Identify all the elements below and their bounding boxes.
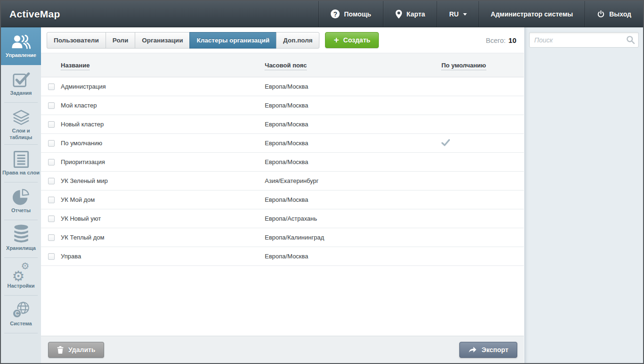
table-header: Название Часовой пояс По умолчанию — [41, 53, 524, 77]
sidebar-item-label: Хранилища — [6, 245, 36, 251]
row-checkbox[interactable] — [48, 121, 55, 128]
sidebar-item-reports[interactable]: Отчеты — [1, 182, 41, 220]
sidebar-item-tasks[interactable]: Задания — [1, 65, 41, 103]
tab-extra-fields[interactable]: Доп.поля — [276, 32, 319, 49]
checkbox-icon — [12, 70, 30, 90]
search-panel — [524, 27, 643, 363]
sort-name[interactable]: Название — [61, 62, 90, 70]
user-name-label: Администратор системы — [491, 10, 573, 18]
table-row[interactable]: ПриоритизацияЕвропа/Москва — [41, 153, 524, 172]
default-cell — [424, 139, 524, 148]
gears-icon: ⚙⚙ — [12, 263, 31, 282]
table-body: АдминистрацияЕвропа/МоскваМой кластерЕвр… — [41, 77, 524, 336]
sidebar-item-label: Слои и таблицы — [2, 127, 40, 141]
tab-roles[interactable]: Роли — [106, 32, 135, 49]
default-check-icon — [441, 139, 450, 146]
cluster-name: УК Мой дом — [61, 196, 95, 203]
table-row[interactable]: Новый кластерЕвропа/Москва — [41, 115, 524, 134]
sidebar-item-layers[interactable]: Слои и таблицы — [1, 103, 41, 145]
language-label: RU — [449, 10, 458, 18]
cluster-name: Мой кластер — [61, 102, 97, 109]
cluster-name: Администрация — [61, 83, 106, 90]
row-checkbox[interactable] — [48, 197, 55, 203]
cluster-name: УК Новый уют — [61, 215, 101, 222]
plus-icon: + — [334, 37, 339, 43]
trash-icon — [57, 346, 64, 354]
map-button[interactable]: Карта — [383, 1, 437, 27]
table-row[interactable]: УправаЕвропа/Москва — [41, 247, 524, 266]
row-checkbox[interactable] — [48, 159, 55, 165]
column-default: По умолчанию — [424, 62, 524, 69]
sidebar-item-settings[interactable]: ⚙⚙Настройки — [1, 258, 41, 296]
search-input[interactable] — [529, 32, 639, 48]
row-checkbox[interactable] — [48, 102, 55, 109]
help-label: Помощь — [344, 10, 371, 18]
delete-label: Удалить — [68, 346, 95, 354]
total-label: Всего: — [486, 37, 505, 44]
row-checkbox[interactable] — [48, 140, 55, 147]
users-icon — [11, 32, 31, 52]
export-button[interactable]: Экспорт — [459, 342, 517, 358]
table-row[interactable]: УК Зеленый мирАзия/Екатеринбург — [41, 172, 524, 190]
sidebar-item-label: Задания — [10, 90, 32, 96]
tab-users[interactable]: Пользователи — [47, 32, 106, 49]
total-value: 10 — [508, 36, 516, 44]
create-button[interactable]: + Создать — [325, 32, 379, 48]
search-box — [529, 32, 639, 48]
tab-org-clusters[interactable]: Кластеры организаций — [189, 32, 277, 49]
export-label: Экспорт — [481, 346, 508, 354]
table-row[interactable]: УК Мой домЕвропа/Москва — [41, 190, 524, 209]
page-body: УправлениеЗаданияСлои и таблицыПрава на … — [1, 27, 643, 363]
row-checkbox[interactable] — [48, 234, 55, 241]
row-checkbox[interactable] — [48, 83, 55, 90]
help-icon: ? — [331, 9, 340, 18]
logout-button[interactable]: Выход — [585, 1, 643, 27]
action-bar: Удалить Экспорт — [41, 336, 524, 363]
timezone-cell: Азия/Екатеринбург — [265, 177, 424, 184]
timezone-cell: Европа/Москва — [265, 83, 424, 90]
cluster-name: Новый кластер — [61, 121, 104, 128]
sidebar-item-storage[interactable]: Хранилища — [1, 220, 41, 258]
user-menu[interactable]: Администратор системы — [479, 1, 585, 27]
sidebar-item-management[interactable]: Управление — [1, 27, 41, 65]
column-timezone: Часовой пояс — [265, 62, 424, 69]
toolbar: ПользователиРолиОрганизацииКластеры орга… — [41, 27, 524, 53]
tab-organizations[interactable]: Организации — [135, 32, 190, 49]
timezone-cell: Европа/Москва — [265, 158, 424, 165]
row-checkbox[interactable] — [48, 253, 55, 260]
row-checkbox[interactable] — [48, 215, 55, 222]
top-menu: ? Помощь Карта RU Администратор системы — [318, 1, 643, 27]
sidebar-item-label: Отчеты — [11, 207, 31, 214]
create-label: Создать — [343, 36, 371, 44]
help-button[interactable]: ? Помощь — [318, 1, 383, 27]
sort-timezone[interactable]: Часовой пояс — [265, 62, 307, 70]
sidebar-item-layer-rights[interactable]: Права на слои — [1, 145, 41, 182]
sidebar-item-label: Система — [10, 320, 32, 327]
sidebar-item-system[interactable]: CСистема — [1, 296, 41, 333]
cluster-name: Приоритизация — [61, 158, 105, 165]
timezone-cell: Европа/Москва — [265, 121, 424, 128]
search-icon[interactable] — [626, 35, 635, 46]
database-icon — [13, 225, 30, 245]
app-window: ActiveMap ? Помощь Карта RU Администрато… — [0, 0, 644, 364]
row-checkbox[interactable] — [48, 178, 55, 184]
table-row[interactable]: По умолчаниюЕвропа/Москва — [41, 134, 524, 153]
table-row[interactable]: АдминистрацияЕвропа/Москва — [41, 77, 524, 96]
delete-button[interactable]: Удалить — [48, 342, 104, 358]
sidebar: УправлениеЗаданияСлои и таблицыПрава на … — [1, 27, 41, 363]
sort-default[interactable]: По умолчанию — [441, 62, 486, 70]
table-row[interactable]: Мой кластерЕвропа/Москва — [41, 96, 524, 115]
layers-icon — [12, 108, 30, 127]
cluster-name: Управа — [61, 253, 81, 260]
logout-label: Выход — [609, 10, 631, 18]
timezone-cell: Европа/Калининград — [265, 234, 424, 241]
timezone-cell: Европа/Москва — [265, 102, 424, 109]
table-row[interactable]: УК Теплый домЕвропа/Калининград — [41, 228, 524, 247]
export-arrow-icon — [468, 346, 477, 353]
language-selector[interactable]: RU — [437, 1, 478, 27]
cluster-name: УК Зеленый мир — [61, 177, 108, 184]
tab-bar: ПользователиРолиОрганизацииКластеры орга… — [47, 32, 319, 49]
table-row[interactable]: УК Новый уютЕвропа/Астрахань — [41, 209, 524, 228]
svg-text:C: C — [15, 310, 19, 317]
map-pin-icon — [395, 9, 402, 19]
